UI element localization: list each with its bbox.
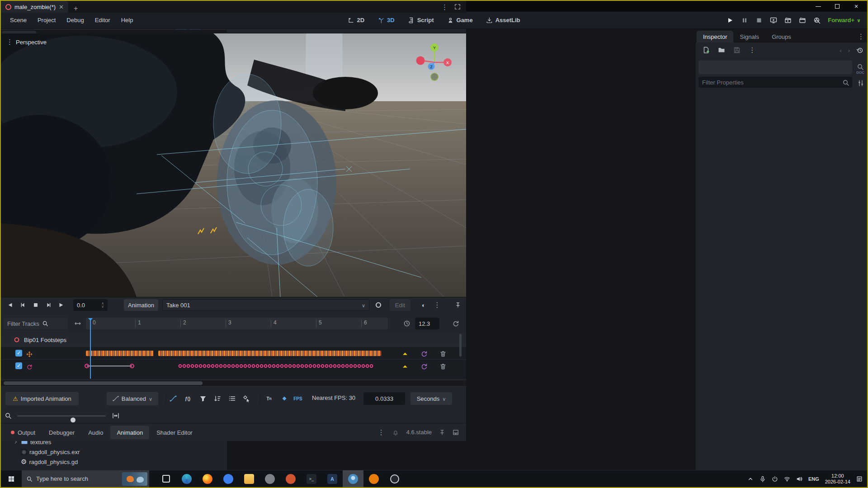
workspace-tab[interactable]: Script: [408, 17, 434, 23]
rotation-keyframes[interactable]: [1, 360, 466, 372]
taskbar-app-firefox[interactable]: [197, 470, 218, 488]
wrap-caret-icon[interactable]: [401, 350, 409, 357]
wrap-caret-icon[interactable]: [401, 362, 409, 370]
taskbar-app-browser-blue[interactable]: [218, 470, 239, 488]
timeline-zoom-slider[interactable]: [17, 415, 106, 417]
menu-item[interactable]: Scene: [5, 14, 32, 27]
time-unit-dropdown[interactable]: Seconds: [410, 392, 452, 405]
zoom-out-icon[interactable]: [5, 412, 12, 419]
delete-track-icon[interactable]: [439, 350, 447, 357]
language-indicator[interactable]: ENG: [808, 476, 819, 482]
animation-clip-dropdown[interactable]: Take 001: [162, 299, 369, 311]
resource-options-dots-icon[interactable]: [746, 45, 758, 56]
track-group-header[interactable]: Bip01 Footsteps: [1, 333, 466, 347]
volume-icon[interactable]: [796, 475, 802, 483]
new-resource-icon[interactable]: [700, 45, 712, 56]
history-back-icon[interactable]: ‹: [840, 47, 841, 54]
timeline-ruler[interactable]: 0123456: [86, 318, 388, 329]
dock-tab[interactable]: Signals: [733, 31, 765, 42]
new-scene-tab-icon[interactable]: +: [68, 5, 83, 13]
group-tracks-icon[interactable]: [226, 393, 238, 404]
sort-tracks-icon[interactable]: [212, 393, 223, 404]
taskbar-app-blender[interactable]: [363, 470, 384, 488]
step-value-box[interactable]: 0.0333: [363, 392, 405, 405]
menu-item[interactable]: Project: [32, 14, 61, 27]
filter-funnel-icon[interactable]: [197, 393, 209, 404]
taskbar-app-terminal[interactable]: [301, 470, 322, 488]
timeline-horizontal-scrollbar[interactable]: [1, 380, 466, 386]
dock-tab[interactable]: Groups: [765, 31, 797, 42]
tab-list-dots-icon[interactable]: [441, 3, 448, 11]
axis-gizmo[interactable]: Y X Z: [413, 41, 456, 84]
viewport-3d[interactable]: Perspective Y X Z: [1, 33, 466, 297]
snap-keys-icon[interactable]: [74, 319, 81, 327]
filter-tracks-button[interactable]: Filter Tracks: [4, 318, 68, 329]
open-docs-icon[interactable]: DOC: [856, 63, 864, 75]
position-keyframes[interactable]: [1, 347, 466, 359]
workspace-tab[interactable]: Game: [448, 17, 473, 23]
microphone-icon[interactable]: [760, 475, 766, 483]
menu-item[interactable]: Help: [116, 14, 139, 27]
stop-icon[interactable]: [30, 299, 42, 311]
bottom-panel-tab[interactable]: Animation: [110, 426, 149, 439]
insert-key-cursor-icon[interactable]: [241, 393, 252, 404]
rotation-track-row[interactable]: ✓: [1, 359, 466, 372]
bottom-panel-dots-icon[interactable]: [378, 428, 385, 436]
workspace-tab[interactable]: 2D: [348, 17, 364, 23]
bezier-editor-icon[interactable]: [167, 393, 179, 404]
animation-options-dots-icon[interactable]: [431, 299, 443, 311]
auto-key-icon[interactable]: [278, 393, 290, 404]
dock-tab[interactable]: Inspector: [697, 31, 733, 42]
taskbar-app-krita[interactable]: [280, 470, 301, 488]
stop-button-icon[interactable]: [755, 17, 763, 24]
file-tree-row[interactable]: ragdoll_physics.exr: [1, 447, 227, 457]
current-time-spinbox[interactable]: 0.0 ∧∨: [73, 299, 108, 311]
workspace-tab[interactable]: AssetLib: [486, 17, 520, 23]
workspace-tab[interactable]: 3D: [378, 17, 395, 23]
projection-selector[interactable]: Perspective: [6, 38, 47, 46]
animation-length-clock-icon[interactable]: [403, 319, 410, 327]
animation-menu-button[interactable]: Animation: [124, 299, 158, 311]
play-scene-icon[interactable]: [784, 17, 792, 24]
bottom-panel-tab[interactable]: Shader Editor: [150, 426, 199, 439]
taskbar-search[interactable]: Type here to search: [22, 470, 149, 488]
pin-panel-icon[interactable]: [452, 299, 464, 311]
hidden-icons-chevron-icon[interactable]: [747, 475, 754, 483]
play-backwards-icon[interactable]: [5, 299, 16, 311]
minimize-button[interactable]: [816, 4, 821, 9]
close-tab-icon[interactable]: ✕: [59, 4, 64, 10]
start-button[interactable]: [1, 470, 22, 488]
save-resource-icon[interactable]: [731, 45, 743, 56]
pin-bottom-panel-icon[interactable]: [439, 429, 445, 436]
taskbar-app-godot[interactable]: [343, 470, 363, 488]
menu-item[interactable]: Debug: [61, 14, 89, 27]
transform-keying-icon[interactable]: Tn: [263, 393, 275, 404]
inspector-menu-dots-icon[interactable]: [858, 33, 864, 41]
update-mode-dropdown[interactable]: Balanced: [107, 392, 158, 405]
notification-bell-icon[interactable]: [392, 428, 399, 436]
delete-track-icon[interactable]: [439, 362, 447, 370]
play-icon[interactable]: [55, 299, 67, 311]
search-highlight-image[interactable]: [122, 472, 147, 486]
taskbar-clock[interactable]: 12:00 2026-02-14: [825, 473, 850, 485]
taskbar-app-gimp[interactable]: [259, 470, 280, 488]
slider-handle[interactable]: [71, 418, 75, 422]
taskbar-app-obs[interactable]: [384, 470, 405, 488]
bottom-panel-tab[interactable]: Debugger: [42, 426, 81, 439]
taskbar-app-folder[interactable]: [239, 470, 259, 488]
expand-bottom-panel-icon[interactable]: [453, 429, 459, 436]
maximize-button[interactable]: [835, 4, 840, 9]
taskbar-app-edge[interactable]: [176, 470, 197, 488]
pause-button-icon[interactable]: [741, 17, 748, 24]
distraction-free-icon[interactable]: [454, 4, 461, 10]
action-center-icon[interactable]: [856, 475, 863, 483]
remote-debug-icon[interactable]: [770, 17, 777, 24]
tracks-vertical-scrollbar[interactable]: [459, 334, 462, 357]
movie-maker-icon[interactable]: [813, 17, 821, 24]
timeline-playhead[interactable]: [90, 318, 91, 379]
animation-library-icon[interactable]: [373, 299, 384, 311]
play-custom-scene-icon[interactable]: [799, 17, 806, 24]
animation-length-value[interactable]: 12.3: [415, 318, 439, 329]
scrollbar-thumb[interactable]: [4, 381, 203, 385]
power-icon[interactable]: [772, 475, 778, 483]
